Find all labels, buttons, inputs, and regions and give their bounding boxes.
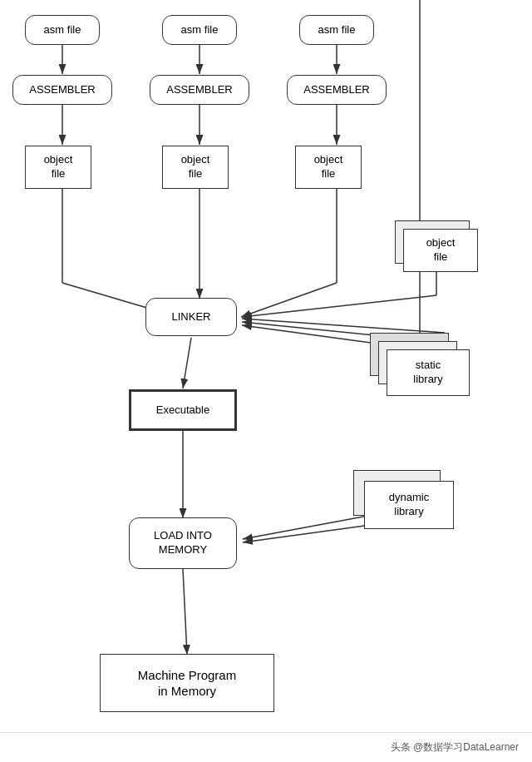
- diagram: asm file asm file asm file ASSEMBLER ASS…: [0, 0, 532, 732]
- executable: Executable: [129, 389, 237, 431]
- footer: 头条 @数据学习DataLearner: [0, 732, 532, 762]
- svg-line-20: [183, 338, 191, 388]
- svg-line-11: [241, 283, 337, 317]
- assembler-3: ASSEMBLER: [287, 75, 387, 105]
- static-library: static library: [387, 349, 470, 396]
- object-file-1: object file: [25, 146, 91, 189]
- asm-file-3: asm file: [299, 15, 374, 45]
- object-file-2: object file: [162, 146, 229, 189]
- dynamic-library: dynamic library: [364, 481, 454, 529]
- linker: LINKER: [145, 298, 237, 336]
- svg-line-26: [183, 569, 187, 655]
- assembler-2: ASSEMBLER: [150, 75, 249, 105]
- svg-line-15: [242, 319, 445, 333]
- asm-file-2: asm file: [162, 15, 237, 45]
- machine-program: Machine Program in Memory: [100, 654, 274, 712]
- assembler-1: ASSEMBLER: [12, 75, 112, 105]
- asm-file-1: asm file: [25, 15, 100, 45]
- footer-text: 头条 @数据学习DataLearner: [391, 740, 519, 755]
- svg-line-13: [242, 295, 436, 317]
- object-file-4: object file: [403, 229, 478, 272]
- load-memory: LOAD INTO MEMORY: [129, 517, 237, 569]
- object-file-3: object file: [295, 146, 362, 189]
